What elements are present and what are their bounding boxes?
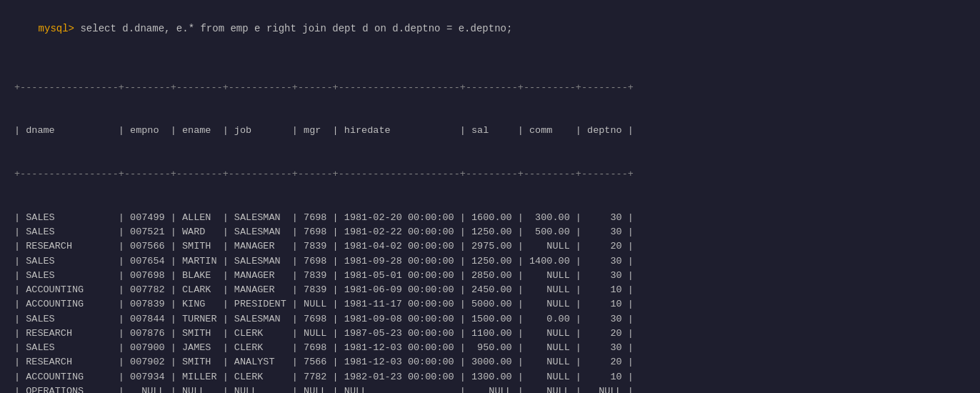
table-row: | SALES | 007521 | WARD | SALESMAN | 769… <box>14 225 966 239</box>
sql-command: select d.dname, e.* from emp e right joi… <box>74 23 512 34</box>
table-row: | SALES | 007499 | ALLEN | SALESMAN | 76… <box>14 211 966 225</box>
table-row: | ACCOUNTING | 007839 | KING | PRESIDENT… <box>14 297 966 312</box>
table-row: | OPERATIONS | NULL | NULL | NULL | NULL… <box>14 384 966 393</box>
table-row: | SALES | 007844 | TURNER | SALESMAN | 7… <box>14 312 966 327</box>
query-result-table: +-----------------+--------+--------+---… <box>14 51 966 393</box>
table-row: | RESEARCH | 007902 | SMITH | ANALYST | … <box>14 355 966 369</box>
terminal-window: mysql> select d.dname, e.* from emp e ri… <box>14 11 966 393</box>
command-line: mysql> select d.dname, e.* from emp e ri… <box>14 11 966 46</box>
separator-mid: +-----------------+--------+--------+---… <box>14 167 966 181</box>
table-row: | SALES | 007654 | MARTIN | SALESMAN | 7… <box>14 254 966 269</box>
table-row: | ACCOUNTING | 007934 | MILLER | CLERK |… <box>14 370 966 384</box>
table-row: | RESEARCH | 007876 | SMITH | CLERK | NU… <box>14 327 966 341</box>
table-row: | SALES | 007698 | BLAKE | MANAGER | 783… <box>14 269 966 283</box>
table-header: | dname | empno | ename | job | mgr | hi… <box>14 124 966 138</box>
table-row: | RESEARCH | 007566 | SMITH | MANAGER | … <box>14 239 966 254</box>
table-row: | SALES | 007900 | JAMES | CLERK | 7698 … <box>14 341 966 355</box>
table-rows: | SALES | 007499 | ALLEN | SALESMAN | 76… <box>14 211 966 393</box>
mysql-prompt: mysql> <box>39 23 74 34</box>
table-row: | ACCOUNTING | 007782 | CLARK | MANAGER … <box>14 283 966 297</box>
separator-top: +-----------------+--------+--------+---… <box>14 81 966 95</box>
